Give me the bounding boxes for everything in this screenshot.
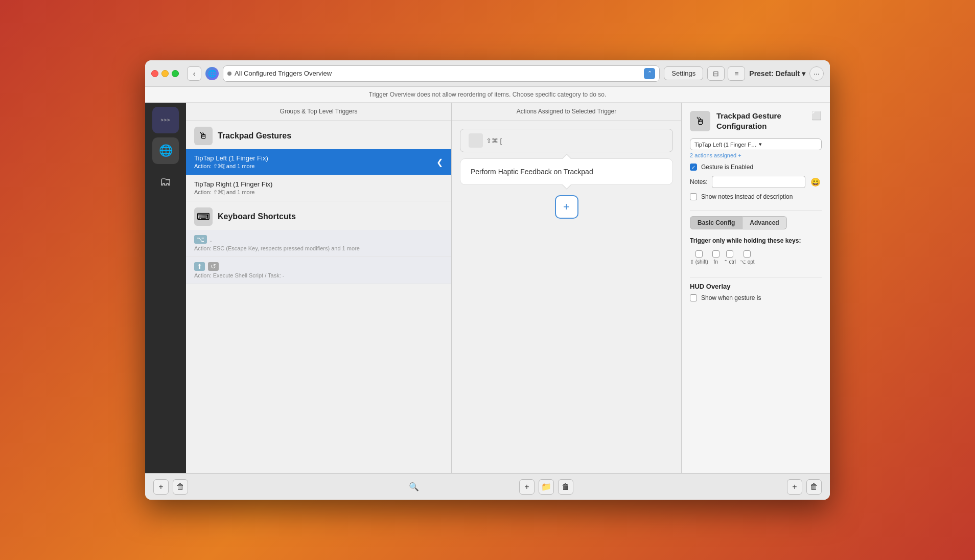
trigger-dropdown[interactable]: TipTap Left (1 Finger F… ▾ <box>690 138 822 150</box>
action-bubble: Perform Haptic Feedback on Trackpad <box>460 158 673 185</box>
hud-section-title: HUD Overlay <box>690 283 822 290</box>
notes-input[interactable] <box>712 176 805 188</box>
notes-row: Notes: 😀 <box>690 176 822 188</box>
trackpad-section-header: 🖱 Trackpad Gestures <box>186 121 451 149</box>
keyboard-modifier-2b: ↺ <box>208 262 219 271</box>
shortcut-display: ⇧⌘ [ <box>486 137 502 145</box>
gesture-enabled-checkbox[interactable]: ✓ <box>690 164 697 171</box>
hud-show-checkbox[interactable] <box>690 294 697 301</box>
divider-1 <box>690 211 822 211</box>
trigger-tiptap-right[interactable]: TipTap Right (1 Finger Fix) Action: ⇧⌘] … <box>186 175 451 201</box>
middle-add-icon: + <box>524 482 529 492</box>
gesture-enabled-label: Gesture is Enabled <box>701 164 753 171</box>
list-view-button[interactable]: ≡ <box>728 66 745 81</box>
trackpad-section-title: Trackpad Gestures <box>218 131 291 141</box>
config-tabs: Basic Config Advanced <box>690 216 822 229</box>
title-chevron[interactable]: ⌃ <box>644 68 655 79</box>
notice-text: Trigger Overview does not allow reorderi… <box>369 91 606 98</box>
close-button[interactable] <box>151 70 158 77</box>
modifier-opt-checkbox[interactable] <box>744 250 751 258</box>
trigger-action-1: Action: ⇧⌘[ and 1 more <box>194 163 432 170</box>
trigger-keyboard-2[interactable]: ⬆ ↺ Action: Execute Shell Script / Task:… <box>186 257 451 284</box>
modifier-shift-checkbox[interactable] <box>695 250 703 258</box>
trigger-only-label: Trigger only while holding these keys: <box>690 237 822 245</box>
actions-assigned-count[interactable]: 2 actions assigned + <box>690 152 741 158</box>
show-notes-label: Show notes instead of description <box>701 193 793 200</box>
middle-toolbar: + 📁 🗑 <box>423 479 669 495</box>
sidebar-item-globe[interactable]: 🌐 <box>152 137 179 164</box>
sidebar-item-finder[interactable]: 🗂 <box>152 168 179 195</box>
action-bubble-container: Perform Haptic Feedback on Trackpad <box>460 158 673 185</box>
preset-area[interactable]: Preset: Default ▾ <box>749 69 805 78</box>
middle-add-button[interactable]: + <box>519 479 535 495</box>
settings-button[interactable]: Settings <box>664 66 703 80</box>
left-add-icon: + <box>158 482 163 492</box>
left-add-button[interactable]: + <box>153 479 169 495</box>
globe-icon: 🌐 <box>208 69 217 78</box>
dropdown-chevron-icon: ▾ <box>759 141 762 148</box>
title-input-area[interactable]: All Configured Triggers Overview ⌃ <box>223 65 660 82</box>
add-action-button[interactable]: + <box>555 195 578 219</box>
back-icon: ‹ <box>193 69 196 78</box>
right-add-button[interactable]: + <box>787 479 802 495</box>
emoji-button[interactable]: 😀 <box>809 176 822 188</box>
left-delete-icon: 🗑 <box>176 482 184 492</box>
modifier-opt: ⌥ opt <box>740 250 755 265</box>
keyboard-icon-glyph: ⌨ <box>197 211 210 222</box>
columns-icon: ⊟ <box>713 69 719 78</box>
trigger-tiptap-left[interactable]: TipTap Left (1 Finger Fix) Action: ⇧⌘[ a… <box>186 149 451 175</box>
advanced-tab[interactable]: Advanced <box>742 216 786 229</box>
middle-panel: Actions Assigned to Selected Trigger ⇧⌘ … <box>452 103 682 473</box>
expand-button[interactable]: ⬜ <box>811 111 822 121</box>
window-title: All Configured Triggers Overview <box>235 69 641 77</box>
divider-2 <box>690 277 822 277</box>
modifier-shift: ⇧ (shift) <box>690 250 708 265</box>
minimize-button[interactable] <box>161 70 169 77</box>
trigger-dropdown-text: TipTap Left (1 Finger F… <box>694 142 757 148</box>
basic-config-tab[interactable]: Basic Config <box>690 216 742 229</box>
notice-bar: Trigger Overview does not allow reorderi… <box>145 87 830 103</box>
right-add-icon: + <box>792 482 797 492</box>
columns-view-button[interactable]: ⊟ <box>707 66 725 81</box>
show-notes-checkbox[interactable] <box>690 193 697 200</box>
trackpad-icon: 🖱 <box>194 127 213 145</box>
more-button[interactable]: ··· <box>809 66 824 81</box>
config-icon: 🖱 <box>690 111 710 131</box>
modifier-opt-label: ⌥ opt <box>740 259 755 265</box>
maximize-button[interactable] <box>172 70 179 77</box>
modifier-keys: ⇧ (shift) fn ⌃ ctrl ⌥ opt <box>690 250 822 265</box>
gesture-enabled-row: ✓ Gesture is Enabled <box>690 164 822 171</box>
trigger-name-1: TipTap Left (1 Finger Fix) <box>194 154 432 162</box>
more-icon: ··· <box>814 69 820 78</box>
middle-panel-header: Actions Assigned to Selected Trigger <box>452 103 681 121</box>
shortcut-key-box <box>469 133 483 148</box>
search-icon: 🔍 <box>409 482 419 491</box>
left-toolbar: + 🗑 🔍 <box>153 479 419 495</box>
title-dot <box>227 72 231 76</box>
trigger-action-2: Action: ⇧⌘] and 1 more <box>194 189 443 196</box>
keyboard-action-2: Action: Execute Shell Script / Task: - <box>194 272 443 278</box>
trigger-keyboard-1[interactable]: ⌥ . Action: ESC (Escape Key, respects pr… <box>186 230 451 257</box>
hud-show-label: Show when gesture is <box>701 294 761 301</box>
bottom-toolbar: + 🗑 🔍 + 📁 🗑 + � <box>145 473 830 500</box>
show-notes-row: Show notes instead of description <box>690 193 822 200</box>
list-icon: ≡ <box>734 69 738 78</box>
keyboard-modifier-2a: ⬆ <box>194 262 205 271</box>
middle-delete-icon: 🗑 <box>562 482 570 492</box>
middle-delete-button[interactable]: 🗑 <box>558 479 573 495</box>
right-delete-button[interactable]: 🗑 <box>806 479 822 495</box>
shortcut-bubble: ⇧⌘ [ <box>460 129 673 152</box>
middle-panel-header-text: Actions Assigned to Selected Trigger <box>517 108 616 115</box>
modifier-fn-checkbox[interactable] <box>712 250 719 258</box>
left-delete-button[interactable]: 🗑 <box>173 479 188 495</box>
sidebar-globe-icon: 🌐 <box>159 144 173 157</box>
modifier-ctrl-checkbox[interactable] <box>726 250 733 258</box>
middle-folder-button[interactable]: 📁 <box>539 479 554 495</box>
sidebar-item-btt[interactable]: >>> <box>152 107 179 133</box>
back-button[interactable]: ‹ <box>187 66 201 81</box>
callout-arrow-fill <box>562 155 571 159</box>
main-content: >>> 🌐 🗂 Groups & Top Level Triggers 🖱 <box>145 103 830 473</box>
globe-icon-wrapper: 🌐 <box>205 67 219 80</box>
search-button[interactable]: 🔍 <box>409 482 419 492</box>
keyboard-modifier-1: ⌥ <box>194 235 207 244</box>
